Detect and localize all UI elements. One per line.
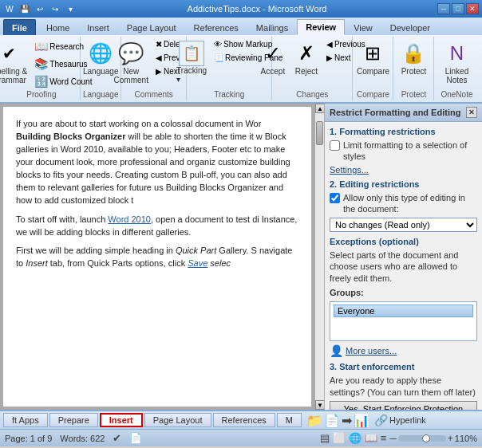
show-markup-icon: 👁 [214,40,222,49]
tab-home[interactable]: Home [38,19,78,35]
status-spell-icon[interactable]: ✔ [113,432,121,444]
maximize-button[interactable]: □ [452,3,464,14]
changes-group-label: Changes [296,90,328,99]
spelling-grammar-button[interactable]: ✔ Spelling &Grammar [0,38,30,87]
sidebar-close-button[interactable]: ✕ [466,107,477,118]
exceptions-title: Exceptions (optional) [330,237,477,246]
everyone-group-item[interactable]: Everyone [334,305,473,317]
tab-developer[interactable]: Developer [381,19,439,35]
more-users-link[interactable]: More users... [346,346,397,356]
editing-checkbox-row: Allow only this type of editing in the d… [330,192,477,215]
comments-group-label: Comments [135,90,173,99]
formatting-restrictions-title: 1. Formatting restrictions [330,127,477,136]
more-users-icon: 👤 [330,344,343,357]
start-enforcing-button[interactable]: Yes, Start Enforcing Protection [330,401,477,410]
doc-link-save[interactable]: Save [188,258,207,268]
word-logo-icon: W [3,3,16,14]
tracking-button[interactable]: 📋 Tracking ▾ [173,38,210,86]
editing-restrictions-title: 2. Editing restrictions [330,179,477,189]
reject-icon: ✗ [294,41,319,66]
tab-insert-bottom[interactable]: Insert [100,413,143,427]
chart-icon[interactable]: 📊 [354,413,369,428]
new-comment-label: NewComment [114,67,148,84]
status-bar: Page: 1 of 9 Words: 622 ✔ 📄 ▤ ⬜ 🌐 📖 ≡ ─ … [0,429,482,446]
protect-label: Protect [401,67,427,76]
status-left: Page: 1 of 9 Words: 622 ✔ 📄 [5,432,142,444]
zoom-slider[interactable] [398,435,446,442]
tab-ft-apps[interactable]: ft Apps [3,413,48,427]
accept-label: Accept [261,67,286,76]
zoom-thumb [422,434,430,442]
redo-icon[interactable]: ↪ [49,3,61,14]
tab-prepare[interactable]: Prepare [49,413,98,427]
editing-checkbox-label: Allow only this type of editing in the d… [343,192,477,215]
editing-type-select[interactable]: No changes (Read only) Tracked changes C… [330,218,477,232]
tab-pagelayout[interactable]: Page Layout [118,19,185,35]
next-change-icon: ▶ [326,53,333,62]
tab-insert[interactable]: Insert [78,19,118,35]
enforcement-title: 3. Start enforcement [330,362,477,371]
settings-link[interactable]: Settings... [330,165,477,175]
ribbon-group-compare: ⊞ Compare Compare [354,37,393,100]
reviewing-pane-icon: 📃 [214,53,223,62]
main-area: If you are about to start working on a c… [0,104,482,410]
thesaurus-icon: 📚 [34,57,48,70]
window-title: AddictiveTips.docx - Microsoft Word [77,4,437,14]
sidebar-scroll-track[interactable] [315,113,324,400]
next-change-label: Next [334,53,351,62]
view-web-icon[interactable]: 🌐 [349,432,362,444]
zoom-plus-button[interactable]: + [448,433,453,444]
view-read-icon[interactable]: 📖 [365,432,377,444]
sidebar-header: Restrict Formatting and Editing ✕ [325,104,482,122]
document-scroll[interactable]: If you are about to start working on a c… [3,107,311,407]
page-info: Page: 1 of 9 [5,434,52,443]
ribbon-content: ✔ Spelling &Grammar 📖 Research 📚 Thesaur… [0,35,482,104]
doc-link-word2010[interactable]: Word 2010 [108,214,151,224]
sidebar-title: Restrict Formatting and Editing [330,108,460,117]
delete-comment-icon: ✖ [156,40,162,49]
next-comment-icon: ▶ [156,67,162,76]
compare-button[interactable]: ⊞ Compare [354,38,393,78]
status-right: ▤ ⬜ 🌐 📖 ≡ ─ + 110% [320,432,477,444]
tab-references[interactable]: References [185,19,247,35]
protect-button[interactable]: 🔒 Protect [397,38,429,78]
arrow-icon[interactable]: ➡ [342,413,352,428]
tab-mailings[interactable]: Mailings [247,19,297,35]
prev-comment-icon: ◀ [156,53,162,62]
more-users-row[interactable]: 👤 More users... [330,344,477,357]
close-button[interactable]: ✕ [466,3,479,14]
tab-page-layout-bottom[interactable]: Page Layout [144,413,211,427]
save-icon[interactable]: 💾 [18,3,31,14]
status-doc-icon[interactable]: 📄 [129,432,142,444]
quick-access-icon[interactable]: ▾ [64,3,77,14]
tab-m[interactable]: M [277,413,302,427]
hyperlink-area: 🔗 Hyperlink [374,414,426,426]
undo-icon[interactable]: ↩ [34,3,46,14]
hyperlink-label[interactable]: Hyperlink [389,415,426,425]
tab-file[interactable]: File [3,19,36,35]
editing-checkbox[interactable] [330,193,340,203]
accept-button[interactable]: ✓ Accept [257,38,289,78]
folder-icon[interactable]: 📁 [306,413,322,428]
view-draft-icon[interactable]: ≡ [381,432,387,444]
new-comment-button[interactable]: 💬 NewComment [111,38,152,87]
pages-icon[interactable]: 📄 [324,413,340,428]
formatting-checkbox-label: Limit formatting to a selection of style… [343,140,477,163]
view-normal-icon[interactable]: ▤ [320,432,330,444]
sidebar-scroll-thumb[interactable] [316,121,323,145]
reject-button[interactable]: ✗ Reject [290,38,322,78]
tab-view[interactable]: View [345,19,381,35]
zoom-minus-button[interactable]: ─ [389,433,397,444]
tracking-icon: 📋 [179,41,204,66]
tab-references-bottom[interactable]: References [213,413,275,427]
enforcement-text: Are you ready to apply these settings? (… [330,375,477,398]
tab-review[interactable]: Review [297,19,345,35]
minimize-button[interactable]: ─ [437,3,450,14]
ribbon-group-onenote: N LinkedNotes OneNote [435,37,479,100]
linked-notes-button[interactable]: N LinkedNotes [441,38,472,87]
doc-italic-selec: selec [210,258,231,268]
view-full-icon[interactable]: ⬜ [333,432,346,444]
hyperlink-icon: 🔗 [374,414,388,426]
formatting-checkbox[interactable] [330,140,340,151]
window-controls: ─ □ ✕ [437,3,479,14]
